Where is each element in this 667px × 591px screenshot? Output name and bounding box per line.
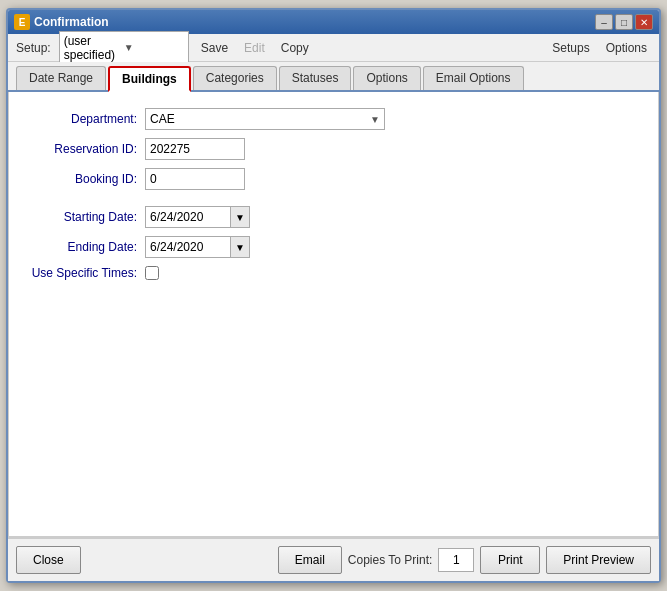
tab-buildings[interactable]: Buildings (108, 66, 191, 92)
copies-to-print-input[interactable] (438, 548, 474, 572)
tab-email-options[interactable]: Email Options (423, 66, 524, 90)
ending-date-label: Ending Date: (25, 240, 145, 254)
content-area: Department: CAE ▼ Reservation ID: Bookin… (8, 92, 659, 537)
booking-id-row: Booking ID: (25, 168, 642, 190)
use-specific-times-label: Use Specific Times: (25, 266, 145, 280)
setup-dropdown[interactable]: (user specified) ▼ (59, 31, 189, 65)
print-preview-button[interactable]: Print Preview (546, 546, 651, 574)
edit-button[interactable]: Edit (240, 39, 269, 57)
starting-date-field: ▼ (145, 206, 250, 228)
ending-date-row: Ending Date: ▼ (25, 236, 642, 258)
print-button[interactable]: Print (480, 546, 540, 574)
use-specific-times-checkbox[interactable] (145, 266, 159, 280)
reservation-id-input[interactable] (145, 138, 245, 160)
starting-date-picker-button[interactable]: ▼ (230, 206, 250, 228)
window-title: Confirmation (34, 15, 109, 29)
setup-label: Setup: (16, 41, 51, 55)
department-row: Department: CAE ▼ (25, 108, 642, 130)
starting-date-label: Starting Date: (25, 210, 145, 224)
reservation-id-label: Reservation ID: (25, 142, 145, 156)
starting-date-row: Starting Date: ▼ (25, 206, 642, 228)
ending-date-input[interactable] (145, 236, 230, 258)
title-controls: – □ ✕ (595, 14, 653, 30)
main-window: E Confirmation – □ ✕ Setup: (user specif… (6, 8, 661, 583)
use-specific-times-row: Use Specific Times: (25, 266, 642, 280)
save-button[interactable]: Save (197, 39, 232, 57)
footer-bar: Close Email Copies To Print: Print Print… (8, 537, 659, 581)
ending-date-field: ▼ (145, 236, 250, 258)
tab-date-range[interactable]: Date Range (16, 66, 106, 90)
menu-right-group: Setups Options (548, 39, 651, 57)
copy-button[interactable]: Copy (277, 39, 313, 57)
booking-id-label: Booking ID: (25, 172, 145, 186)
booking-id-input[interactable] (145, 168, 245, 190)
footer-right: Email Copies To Print: Print Print Previ… (278, 546, 651, 574)
menu-bar: Setup: (user specified) ▼ Save Edit Copy… (8, 34, 659, 62)
tabs-bar: Date Range Buildings Categories Statuses… (8, 62, 659, 92)
title-bar-left: E Confirmation (14, 14, 109, 30)
copies-to-print-label: Copies To Print: (348, 553, 433, 567)
ending-date-picker-button[interactable]: ▼ (230, 236, 250, 258)
close-window-button[interactable]: ✕ (635, 14, 653, 30)
setups-button[interactable]: Setups (548, 39, 593, 57)
tab-statuses[interactable]: Statuses (279, 66, 352, 90)
tab-categories[interactable]: Categories (193, 66, 277, 90)
department-dropdown-arrow: ▼ (370, 114, 380, 125)
options-button[interactable]: Options (602, 39, 651, 57)
starting-date-input[interactable] (145, 206, 230, 228)
department-label: Department: (25, 112, 145, 126)
app-icon: E (14, 14, 30, 30)
reservation-id-row: Reservation ID: (25, 138, 642, 160)
setup-dropdown-arrow: ▼ (124, 42, 184, 53)
maximize-button[interactable]: □ (615, 14, 633, 30)
minimize-button[interactable]: – (595, 14, 613, 30)
department-dropdown[interactable]: CAE ▼ (145, 108, 385, 130)
tab-options[interactable]: Options (353, 66, 420, 90)
close-button[interactable]: Close (16, 546, 81, 574)
email-button[interactable]: Email (278, 546, 342, 574)
